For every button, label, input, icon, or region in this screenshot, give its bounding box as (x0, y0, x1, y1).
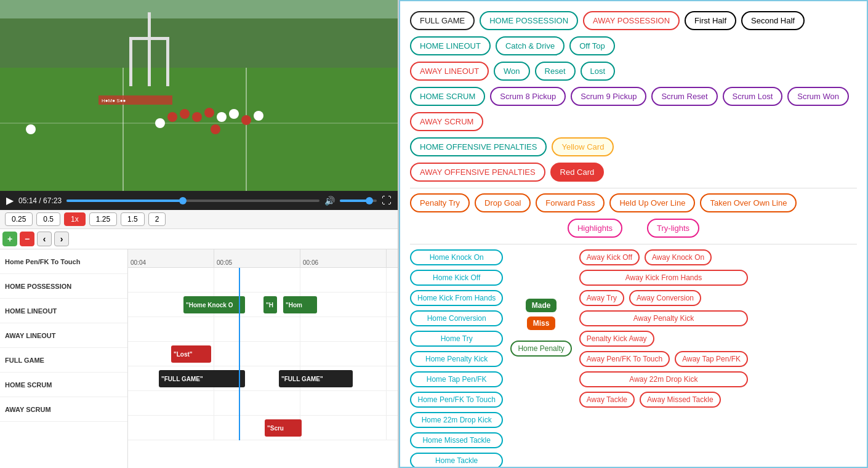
cell-0-2 (300, 268, 387, 292)
progress-bar[interactable] (66, 200, 319, 202)
full-game-button[interactable]: FULL GAME (410, 11, 475, 30)
scrum-lost-button[interactable]: Scrum Lost (723, 87, 783, 106)
timeline-tracks[interactable]: 00:04 00:05 00:06 (128, 249, 398, 468)
row-label-6: AWAY SCRUM (0, 397, 127, 422)
away-possession-button[interactable]: AWAY POSSESSION (583, 11, 680, 30)
won-button[interactable]: Won (494, 62, 530, 81)
home-lineout-button[interactable]: HOME LINEOUT (410, 36, 491, 55)
event-lost[interactable]: "Lost" (171, 345, 211, 363)
away-tackle-row: Away Tackle Away Missed Tackle (579, 392, 748, 408)
home-knock-on-button[interactable]: Home Knock On (410, 249, 503, 265)
away-scrum-button[interactable]: AWAY SCRUM (410, 112, 483, 131)
home-missed-tackle-button[interactable]: Home Missed Tackle (410, 432, 503, 448)
away-kick-off-button[interactable]: Away Kick Off (579, 249, 640, 265)
second-half-button[interactable]: Second Half (741, 11, 805, 30)
home-offensive-penalties-button[interactable]: HOME OFFENSIVE PENALTIES (410, 137, 547, 156)
penalty-kick-away-button[interactable]: Penalty Kick Away (579, 331, 654, 347)
play-button[interactable]: ▶ (6, 195, 14, 206)
away-lineout-button[interactable]: AWAY LINEOUT (410, 62, 489, 81)
held-up-button[interactable]: Held Up Over Line (609, 193, 695, 212)
track-header: 00:04 00:05 00:06 (128, 249, 398, 268)
away-kick-from-hands-button[interactable]: Away Kick From Hands (579, 270, 748, 286)
svg-point-16 (155, 118, 165, 128)
fullscreen-button[interactable]: ⛶ (382, 195, 392, 206)
off-top-button[interactable]: Off Top (569, 36, 614, 55)
home-kick-off-button[interactable]: Home Kick Off (410, 270, 503, 286)
svg-point-14 (217, 112, 227, 122)
svg-point-19 (211, 124, 220, 134)
home-scrum-row: HOME SCRUM Scrum 8 Pickup Scrum 9 Pickup… (410, 87, 857, 106)
svg-rect-6 (148, 12, 151, 86)
track-row-2 (128, 317, 398, 342)
home-possession-button[interactable]: HOME POSSESSION (480, 11, 578, 30)
away-pen-fk-touch-button[interactable]: Away Pen/FK To Touch (579, 351, 670, 367)
speed-05[interactable]: 0.5 (36, 212, 60, 226)
away-missed-tackle-button[interactable]: Away Missed Tackle (640, 392, 721, 408)
penalty-try-button[interactable]: Penalty Try (410, 193, 470, 212)
scrum-won-button[interactable]: Scrum Won (787, 87, 849, 106)
away-tackle-button[interactable]: Away Tackle (579, 392, 635, 408)
red-card-button[interactable]: Red Card (550, 163, 605, 182)
speed-2[interactable]: 2 (148, 212, 166, 226)
back-button[interactable]: ‹ (37, 232, 52, 246)
tracks-body: "Home Knock O "H "Hom (128, 268, 398, 440)
away-offensive-penalties-button[interactable]: AWAY OFFENSIVE PENALTIES (410, 163, 545, 182)
forward-pass-button[interactable]: Forward Pass (536, 193, 605, 212)
cell-5-2 (300, 391, 387, 415)
svg-point-15 (229, 109, 239, 119)
home-22m-drop-button[interactable]: Home 22m Drop Kick (410, 412, 503, 428)
speed-1x[interactable]: 1x (64, 212, 86, 226)
home-kick-from-hands-button[interactable]: Home Kick From Hands (410, 290, 503, 306)
lost-button[interactable]: Lost (581, 62, 616, 81)
taken-over-button[interactable]: Taken Over Own Line (700, 193, 797, 212)
time-00-05: 00:05 (214, 249, 300, 267)
event-home-hom[interactable]: "Hom (283, 296, 317, 313)
event-scrum[interactable]: "Scru (265, 419, 302, 437)
home-penalty-button[interactable]: Home Penalty (510, 341, 571, 357)
yellow-card-button[interactable]: Yellow Card (552, 137, 614, 156)
event-fullgame-2[interactable]: "FULL GAME" (279, 370, 353, 387)
home-scrum-button[interactable]: HOME SCRUM (410, 87, 485, 106)
track-row-3: "Lost" (128, 342, 398, 366)
away-lineout-row: AWAY LINEOUT Won Reset Lost (410, 62, 857, 81)
catch-drive-button[interactable]: Catch & Drive (496, 36, 565, 55)
highlights-button[interactable]: Highlights (568, 219, 622, 238)
home-conversion-button[interactable]: Home Conversion (410, 310, 503, 326)
timeline-cursor (239, 268, 240, 440)
away-knock-on-button[interactable]: Away Knock On (645, 249, 712, 265)
event-home-knock[interactable]: "Home Knock O (183, 296, 245, 313)
event-fullgame-1[interactable]: "FULL GAME" (159, 370, 245, 387)
home-tap-pen-button[interactable]: Home Tap Pen/FK (410, 371, 503, 387)
home-pen-fk-touch-button[interactable]: Home Pen/FK To Touch (410, 392, 503, 408)
scrum-reset-button[interactable]: Scrum Reset (651, 87, 717, 106)
away-penalty-kick-button[interactable]: Away Penalty Kick (579, 310, 748, 326)
away-tap-pen-button[interactable]: Away Tap Pen/FK (675, 351, 748, 367)
scrum-9-pickup-button[interactable]: Scrum 9 Pickup (571, 87, 646, 106)
volume-bar[interactable] (340, 200, 377, 202)
event-home-h[interactable]: "H (263, 296, 277, 313)
main-game-row: FULL GAME HOME POSSESSION AWAY POSSESSIO… (410, 11, 857, 30)
first-half-button[interactable]: First Half (685, 11, 736, 30)
drop-goal-button[interactable]: Drop Goal (475, 193, 531, 212)
speed-025[interactable]: 0.25 (5, 212, 33, 226)
track-row-4: "FULL GAME" "FULL GAME" (128, 366, 398, 391)
away-try-button[interactable]: Away Try (579, 290, 624, 306)
home-penalty-kick-button[interactable]: Home Penalty Kick (410, 351, 503, 367)
forward-button[interactable]: › (54, 232, 69, 246)
remove-button[interactable]: − (20, 232, 34, 246)
home-try-button[interactable]: Home Try (410, 331, 503, 347)
away-conversion-button[interactable]: Away Conversion (629, 290, 701, 306)
cell-5-0 (128, 391, 214, 415)
made-badge[interactable]: Made (526, 299, 557, 312)
home-lineout-row: HOME LINEOUT Catch & Drive Off Top (410, 36, 857, 55)
speed-125[interactable]: 1.25 (89, 212, 117, 226)
home-tackle-button[interactable]: Home Tackle (410, 453, 503, 468)
try-lights-button[interactable]: Try-lights (647, 219, 699, 238)
reset-button[interactable]: Reset (535, 62, 576, 81)
progress-thumb (179, 197, 187, 204)
away-22m-drop-button[interactable]: Away 22m Drop Kick (579, 371, 748, 387)
add-button[interactable]: + (2, 232, 17, 246)
miss-badge[interactable]: Miss (527, 317, 556, 330)
speed-15[interactable]: 1.5 (121, 212, 145, 226)
scrum-8-pickup-button[interactable]: Scrum 8 Pickup (490, 87, 566, 106)
